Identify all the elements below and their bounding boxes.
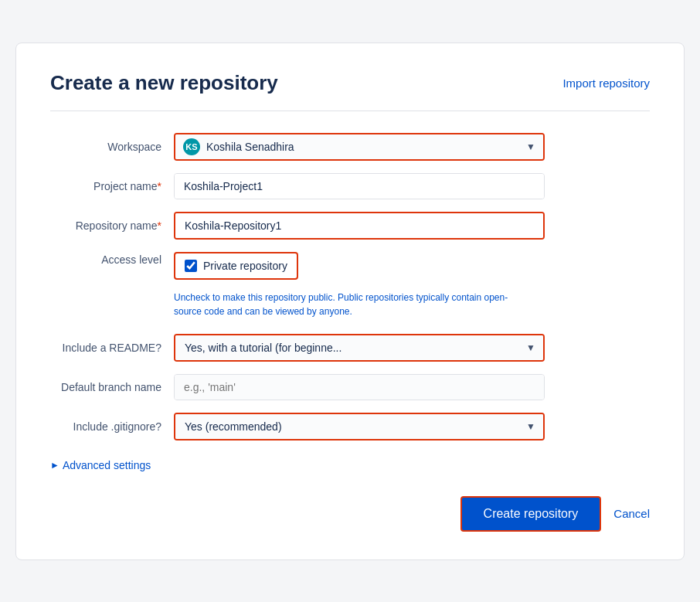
- readme-select-wrapper: Yes, with a tutorial (for beginne... No …: [175, 335, 543, 360]
- repository-name-input[interactable]: [175, 213, 543, 238]
- repository-name-label: Repository name*: [50, 219, 174, 232]
- private-repository-checkbox[interactable]: [185, 260, 197, 272]
- project-name-required: *: [158, 180, 161, 192]
- advanced-settings-link[interactable]: ► Advanced settings: [50, 459, 151, 471]
- gitignore-select-wrapper: Yes (recommended) No ▼: [175, 414, 543, 439]
- header-divider: [50, 111, 650, 111]
- repo-name-required: *: [158, 219, 161, 232]
- readme-row: Include a README? Yes, with a tutorial (…: [50, 334, 650, 362]
- repository-name-row: Repository name*: [50, 212, 650, 240]
- access-level-label: Access level: [50, 252, 174, 266]
- gitignore-field-wrapper: Yes (recommended) No ▼: [174, 413, 545, 440]
- page-title: Create a new repository: [50, 71, 278, 95]
- advanced-settings-row: ► Advanced settings: [50, 459, 650, 471]
- default-branch-input[interactable]: [175, 375, 544, 400]
- cancel-button[interactable]: Cancel: [613, 507, 650, 520]
- repository-name-field-wrapper: [174, 212, 545, 240]
- workspace-label: Workspace: [50, 141, 174, 153]
- default-branch-label: Default branch name: [50, 381, 174, 393]
- project-name-field-wrapper: [174, 173, 545, 199]
- workspace-field-wrapper: KS Koshila Senadhira ▼: [174, 133, 545, 161]
- import-repository-link[interactable]: Import repository: [562, 77, 650, 90]
- workspace-select-wrapper: KS Koshila Senadhira ▼: [175, 134, 543, 159]
- workspace-avatar: KS: [183, 138, 200, 155]
- create-repository-card: Create a new repository Import repositor…: [15, 43, 685, 560]
- gitignore-select[interactable]: Yes (recommended) No: [175, 414, 543, 439]
- gitignore-row: Include .gitignore? Yes (recommended) No…: [50, 413, 650, 440]
- access-hint-block: Uncheck to make this repository public. …: [50, 286, 650, 318]
- readme-select[interactable]: Yes, with a tutorial (for beginne... No …: [175, 335, 543, 360]
- readme-label: Include a README?: [50, 342, 174, 354]
- project-name-row: Project name*: [50, 173, 650, 199]
- hint-spacer: [50, 286, 174, 318]
- default-branch-row: Default branch name: [50, 374, 650, 400]
- project-name-label: Project name*: [50, 180, 174, 192]
- access-level-content: Private repository: [174, 252, 545, 280]
- workspace-row: Workspace KS Koshila Senadhira ▼: [50, 133, 650, 161]
- access-level-box: Private repository: [174, 252, 298, 280]
- workspace-select[interactable]: Koshila Senadhira: [200, 134, 543, 159]
- page-header: Create a new repository Import repositor…: [50, 71, 650, 95]
- access-level-row: Access level Private repository: [50, 252, 650, 280]
- repository-form: Workspace KS Koshila Senadhira ▼ Project…: [50, 133, 650, 490]
- advanced-chevron-icon: ►: [50, 460, 59, 471]
- default-branch-field-wrapper: [174, 374, 545, 400]
- access-level-hint: Uncheck to make this repository public. …: [174, 291, 529, 318]
- readme-field-wrapper: Yes, with a tutorial (for beginne... No …: [174, 334, 545, 362]
- private-repository-label: Private repository: [203, 260, 287, 272]
- advanced-settings-label: Advanced settings: [63, 459, 151, 471]
- gitignore-label: Include .gitignore?: [50, 420, 174, 433]
- project-name-input[interactable]: [175, 174, 544, 199]
- action-row: Create repository Cancel: [50, 496, 650, 532]
- create-repository-button[interactable]: Create repository: [460, 496, 602, 532]
